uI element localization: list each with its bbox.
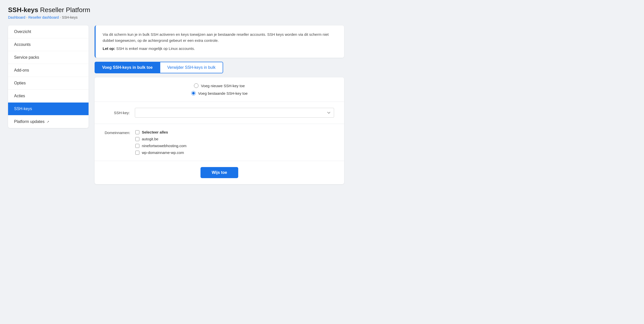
external-link-icon: ↗ <box>47 120 49 124</box>
checkbox-domain-wpdomainname-input[interactable] <box>135 151 139 155</box>
radio-new-ssh-key[interactable]: Voeg nieuwe SSH-key toe <box>194 83 245 88</box>
radio-group: Voeg nieuwe SSH-key toe Voeg bestaande S… <box>105 83 334 95</box>
breadcrumb-sep-1: › <box>26 16 27 19</box>
sidebar-item-overzicht[interactable]: Overzicht <box>8 25 89 38</box>
checkbox-domain-ninefortwo[interactable]: ninefortwowebhosting.com <box>135 144 187 148</box>
info-line1: Via dit scherm kun je in bulk SSH active… <box>103 31 337 44</box>
sidebar-item-acties[interactable]: Acties <box>8 90 89 103</box>
tab-remove-ssh-keys[interactable]: Verwijder SSH-keys in bulk <box>160 62 223 73</box>
domains-section: Domeinnamen: Selecteer alles autogit.be <box>95 124 344 161</box>
breadcrumb-current: SSH-keys <box>62 15 77 19</box>
breadcrumb-dashboard[interactable]: Dashboard <box>8 15 25 19</box>
breadcrumb-sep-2: › <box>60 16 61 19</box>
domains-label: Domeinnamen: <box>105 130 130 135</box>
sidebar: Overzicht Accounts Service packs Add-ons… <box>8 25 89 128</box>
breadcrumb: Dashboard › Reseller dashboard › SSH-key… <box>8 15 344 19</box>
content-area: Via dit scherm kun je in bulk SSH active… <box>95 25 344 184</box>
page-title: SSH-keys Reseller Platform <box>8 6 344 14</box>
ssh-key-select[interactable] <box>135 108 334 118</box>
checkbox-domain-wpdomainname[interactable]: wp-domainname-wp.com <box>135 150 187 155</box>
checkbox-select-all[interactable]: Selecteer alles <box>135 130 187 134</box>
ssh-key-section: SSH-key: <box>95 102 344 124</box>
sidebar-item-accounts[interactable]: Accounts <box>8 38 89 51</box>
domains-row: Domeinnamen: Selecteer alles autogit.be <box>105 130 334 155</box>
radio-new-ssh-key-input[interactable] <box>194 83 198 88</box>
info-box: Via dit scherm kun je in bulk SSH active… <box>95 25 344 58</box>
form-card: Voeg nieuwe SSH-key toe Voeg bestaande S… <box>95 77 344 184</box>
tab-buttons: Voeg SSH-keys in bulk toe Verwijder SSH-… <box>95 62 344 73</box>
submit-section: Wijs toe <box>95 161 344 184</box>
radio-existing-ssh-key-input[interactable] <box>191 91 196 95</box>
ssh-key-row: SSH-key: <box>105 108 334 118</box>
tab-add-ssh-keys[interactable]: Voeg SSH-keys in bulk toe <box>95 62 160 73</box>
checkbox-domain-ninefortwo-input[interactable] <box>135 144 139 148</box>
checkbox-select-all-input[interactable] <box>135 130 139 134</box>
submit-button[interactable]: Wijs toe <box>200 167 238 178</box>
ssh-key-label: SSH-key: <box>105 111 130 115</box>
sidebar-item-add-ons[interactable]: Add-ons <box>8 64 89 77</box>
sidebar-item-opties[interactable]: Opties <box>8 77 89 90</box>
checkbox-domain-autogit-input[interactable] <box>135 137 139 141</box>
info-line2: Let op: SSH is enkel maar mogelijk op Li… <box>103 46 337 52</box>
sidebar-item-platform-updates[interactable]: Platform updates ↗ <box>8 115 89 128</box>
checkbox-domain-autogit[interactable]: autogit.be <box>135 137 187 141</box>
breadcrumb-reseller[interactable]: Reseller dashboard <box>28 15 59 19</box>
sidebar-item-ssh-keys[interactable]: SSH-keys <box>8 103 89 115</box>
radio-existing-ssh-key[interactable]: Voeg bestaande SSH-key toe <box>191 91 248 95</box>
domains-list: Selecteer alles autogit.be ninefortwoweb… <box>135 130 187 155</box>
sidebar-item-service-packs[interactable]: Service packs <box>8 51 89 64</box>
radio-section: Voeg nieuwe SSH-key toe Voeg bestaande S… <box>95 77 344 102</box>
page-header: SSH-keys Reseller Platform Dashboard › R… <box>8 6 344 19</box>
